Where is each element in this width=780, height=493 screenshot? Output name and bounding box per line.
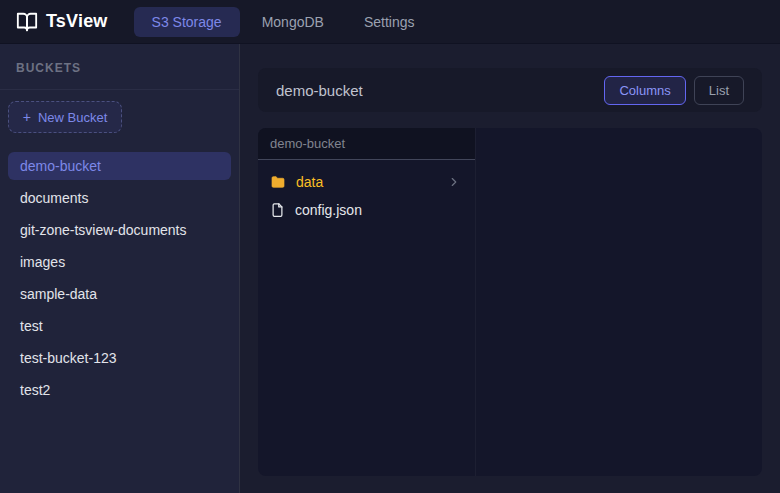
columns-view-button[interactable]: Columns xyxy=(604,76,685,105)
tab-s3-storage[interactable]: S3 Storage xyxy=(134,7,240,37)
entry-data-folder[interactable]: data xyxy=(258,168,475,196)
tab-settings[interactable]: Settings xyxy=(346,7,433,37)
main-nav: S3 Storage MongoDB Settings xyxy=(134,7,433,37)
bucket-toolbar: demo-bucket Columns List xyxy=(258,68,762,112)
new-bucket-label: New Bucket xyxy=(38,110,107,125)
column-header: demo-bucket xyxy=(258,128,475,160)
bucket-item-test[interactable]: test xyxy=(8,312,231,340)
browser-column: demo-bucket data xyxy=(258,128,476,476)
buckets-sidebar: BUCKETS + New Bucket demo-bucket documen… xyxy=(0,44,240,493)
list-view-button[interactable]: List xyxy=(694,76,744,105)
app-window: TsView S3 Storage MongoDB Settings BUCKE… xyxy=(0,0,780,493)
bucket-item-git-zone-tsview-documents[interactable]: git-zone-tsview-documents xyxy=(8,216,231,244)
buckets-section-title: BUCKETS xyxy=(16,61,81,75)
bucket-item-test-bucket-123[interactable]: test-bucket-123 xyxy=(8,344,231,372)
top-bar: TsView S3 Storage MongoDB Settings xyxy=(0,0,780,44)
bucket-item-images[interactable]: images xyxy=(8,248,231,276)
folder-icon xyxy=(270,174,286,190)
entry-config-json-file[interactable]: config.json xyxy=(258,196,475,224)
entry-label: data xyxy=(296,174,437,190)
app-title: TsView xyxy=(46,11,108,32)
tab-mongodb[interactable]: MongoDB xyxy=(244,7,342,37)
sidebar-header: BUCKETS xyxy=(0,44,239,90)
bucket-list: demo-bucket documents git-zone-tsview-do… xyxy=(8,152,231,404)
content-area: BUCKETS + New Bucket demo-bucket documen… xyxy=(0,44,780,493)
bucket-item-demo-bucket[interactable]: demo-bucket xyxy=(8,152,231,180)
bucket-title: demo-bucket xyxy=(276,82,363,99)
bucket-item-sample-data[interactable]: sample-data xyxy=(8,280,231,308)
sidebar-body: + New Bucket demo-bucket documents git-z… xyxy=(0,90,239,417)
file-icon xyxy=(270,202,285,218)
column-body: data xyxy=(258,160,475,232)
new-bucket-button[interactable]: + New Bucket xyxy=(8,101,122,133)
app-logo: TsView xyxy=(16,11,108,33)
bucket-item-test2[interactable]: test2 xyxy=(8,376,231,404)
book-open-icon xyxy=(16,11,38,33)
entry-label: config.json xyxy=(295,202,461,218)
view-toggle: Columns List xyxy=(604,76,744,105)
chevron-right-icon xyxy=(447,175,461,189)
main-panel: demo-bucket Columns List demo-bucket xyxy=(240,44,780,493)
bucket-item-documents[interactable]: documents xyxy=(8,184,231,212)
file-browser-panel: demo-bucket data xyxy=(258,128,762,476)
plus-icon: + xyxy=(23,110,31,124)
